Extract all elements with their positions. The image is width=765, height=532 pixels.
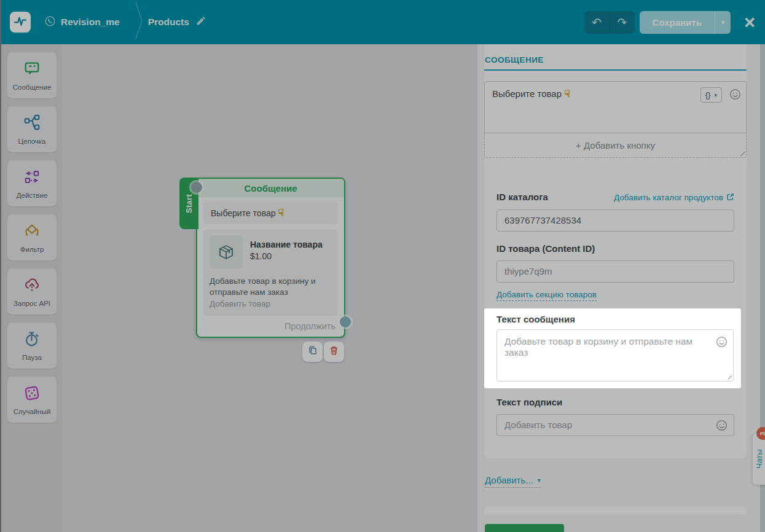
- catalog-id-input[interactable]: [496, 209, 734, 232]
- panel-section-title: СООБЩЕНИЕ: [485, 55, 747, 65]
- save-dropdown-button[interactable]: ▾: [715, 11, 731, 34]
- redo-icon: ↷: [618, 15, 627, 29]
- message-text-label: Текст сообщения: [496, 314, 734, 324]
- emoji-picker-icon[interactable]: [729, 88, 741, 103]
- breadcrumb-divider: [135, 0, 143, 45]
- sidebar-item-label: Случайный: [14, 408, 51, 415]
- sidebar-item-chain[interactable]: Цепочка: [7, 106, 57, 152]
- product-description: Добавьте товар в корзину и отправьте нам…: [210, 276, 332, 298]
- product-name: Название товара: [250, 240, 323, 249]
- bot-name: Revision_me: [61, 17, 120, 28]
- copy-node-button[interactable]: [302, 342, 323, 362]
- sidebar-item-pause[interactable]: Пауза: [7, 323, 57, 369]
- add-more-dropdown[interactable]: Добавить... ▾: [485, 475, 541, 488]
- delete-node-button[interactable]: [324, 342, 344, 362]
- chats-edge-tab[interactable]: Чаты 3: [753, 433, 765, 485]
- chats-unread-badge: 3: [756, 427, 765, 440]
- save-button[interactable]: Сохранить: [640, 11, 715, 34]
- flow-builder-app: Revision_me Products ↶ ↷ Сохранить ▾ × С…: [0, 0, 765, 532]
- node-action-buttons: [302, 342, 344, 362]
- edit-flow-name-icon[interactable]: [195, 16, 206, 29]
- apply-button[interactable]: Применить: [485, 524, 564, 532]
- node-title: Сообщение: [197, 179, 344, 197]
- filter-icon: [23, 222, 41, 243]
- trash-icon: [329, 345, 339, 358]
- app-logo[interactable]: [10, 12, 31, 33]
- message-icon: [23, 60, 41, 80]
- sidebar-item-label: Пауза: [22, 354, 42, 361]
- sidebar-item-label: Цепочка: [18, 138, 46, 145]
- product-price: $1.00: [250, 251, 323, 261]
- sidebar-item-label: Запрос API: [14, 300, 50, 307]
- section-title-underline: [484, 69, 747, 71]
- chain-icon: [23, 114, 41, 135]
- sidebar-item-filter[interactable]: Фильтр: [7, 214, 57, 260]
- sidebar-item-action[interactable]: Действие: [7, 160, 57, 206]
- caption-text-input[interactable]: [496, 414, 734, 436]
- breadcrumb-bot: Revision_me: [44, 15, 120, 29]
- panel-footer-bar: [484, 506, 747, 514]
- braces-icon: {}: [705, 90, 711, 100]
- insert-variable-button[interactable]: {} ▾: [700, 87, 722, 103]
- pulse-icon: [13, 14, 28, 31]
- message-text-section-highlighted: Текст сообщения: [484, 308, 741, 388]
- content-id-input[interactable]: [496, 260, 734, 283]
- sidebar-item-label: Действие: [17, 192, 48, 199]
- sidebar-item-label: Фильтр: [20, 246, 44, 253]
- caret-down-icon: ▾: [714, 92, 717, 98]
- whatsapp-icon: [44, 15, 56, 29]
- caret-down-icon: ▾: [721, 18, 725, 26]
- caret-down-icon: ▾: [538, 477, 541, 483]
- sidebar-item-message[interactable]: Сообщение: [7, 52, 57, 98]
- emoji-picker-icon[interactable]: [716, 420, 728, 434]
- content-id-label: ID товара (Content ID): [496, 243, 734, 254]
- caption-text-label: Текст подписи: [496, 397, 734, 407]
- copy-icon: [307, 345, 318, 358]
- settings-panel: СООБЩЕНИЕ Выберите товар ☟ {} ▾ + Добави…: [477, 44, 765, 532]
- sidebar-item-api[interactable]: Запрос API: [7, 268, 57, 315]
- flow-name: Products: [148, 17, 189, 28]
- continue-label: Продолжить: [197, 316, 344, 337]
- close-icon[interactable]: ×: [744, 13, 755, 32]
- package-icon: [210, 235, 243, 268]
- flow-node-message[interactable]: Start Сообщение Выберите товар ☟ Названи…: [196, 178, 345, 338]
- pointing-down-emoji: ☟: [564, 88, 570, 99]
- sidebar-item-label: Сообщение: [13, 84, 52, 91]
- message-text-textarea[interactable]: [496, 329, 734, 381]
- node-message-bubble: Выберите товар ☟: [203, 201, 338, 224]
- message-bubble-editor: Выберите товар ☟ {} ▾ + Добавить кнопку: [484, 81, 747, 158]
- undo-icon: ↶: [592, 15, 602, 29]
- api-request-icon: [23, 276, 41, 297]
- save-split-button: Сохранить ▾: [640, 11, 731, 34]
- sidebar-item-random[interactable]: Случайный: [7, 377, 57, 423]
- emoji-picker-icon[interactable]: [716, 336, 728, 350]
- history-buttons: ↶ ↷: [584, 11, 635, 34]
- input-connector-dot[interactable]: [191, 182, 202, 193]
- blocks-sidebar: Сообщение Цепочка Действие Фильтр Запрос…: [1, 44, 63, 532]
- node-product-card: Название товара $1.00 Добавьте товар в к…: [203, 229, 338, 316]
- pause-timer-icon: [23, 330, 41, 351]
- random-dice-icon: [23, 384, 41, 405]
- app-header: Revision_me Products ↶ ↷ Сохранить ▾ ×: [1, 0, 765, 44]
- add-products-section-link[interactable]: Добавить секцию товаров: [496, 290, 597, 301]
- add-button-button[interactable]: + Добавить кнопку: [484, 133, 747, 158]
- output-connector-dot[interactable]: [340, 316, 351, 327]
- undo-button[interactable]: ↶: [584, 11, 610, 34]
- redo-button[interactable]: ↷: [610, 11, 635, 34]
- add-product-catalog-link[interactable]: Добавить каталог продуктов: [614, 193, 734, 203]
- message-settings-card: СООБЩЕНИЕ Выберите товар ☟ {} ▾ + Добави…: [484, 44, 747, 458]
- action-icon: [23, 168, 41, 189]
- product-caption: Добавить товар: [210, 299, 332, 308]
- external-link-icon: [726, 193, 734, 203]
- catalog-id-label: ID каталога: [496, 192, 548, 202]
- pointing-down-emoji: ☟: [278, 208, 284, 218]
